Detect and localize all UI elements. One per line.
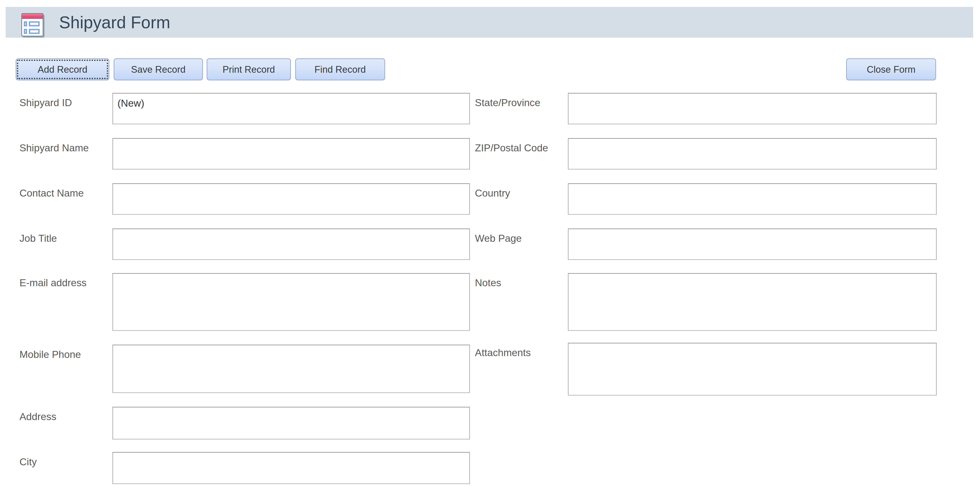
web-page-field[interactable]	[568, 229, 937, 260]
mobile-phone-label: Mobile Phone	[19, 345, 113, 360]
field-row-mobile-phone: Mobile Phone	[19, 345, 470, 393]
attachments-label: Attachments	[475, 343, 568, 359]
country-field[interactable]	[568, 183, 937, 215]
shipyard-name-label: Shipyard Name	[19, 138, 113, 154]
field-row-job-title: Job Title	[19, 229, 470, 260]
city-label: City	[19, 452, 113, 468]
page-title: Shipyard Form	[59, 7, 170, 38]
toolbar: Add Record Save Record Print Record Find…	[0, 58, 980, 80]
mobile-phone-field[interactable]	[112, 345, 470, 393]
web-page-label: Web Page	[475, 229, 568, 244]
attachments-field[interactable]	[568, 343, 937, 395]
field-row-state-province: State/Province	[475, 93, 937, 124]
job-title-field[interactable]	[112, 229, 470, 260]
job-title-label: Job Title	[19, 229, 113, 244]
field-row-contact-name: Contact Name	[19, 183, 470, 215]
city-field[interactable]	[112, 452, 470, 484]
print-record-button[interactable]: Print Record	[207, 58, 291, 80]
address-label: Address	[19, 407, 113, 422]
field-row-web-page: Web Page	[475, 229, 937, 260]
contact-name-field[interactable]	[112, 183, 470, 215]
state-province-field[interactable]	[568, 93, 937, 124]
shipyard-id-field[interactable]: (New)	[112, 93, 470, 124]
state-province-label: State/Province	[475, 93, 568, 109]
form-header: Shipyard Form	[6, 7, 973, 38]
add-record-button[interactable]: Add Record	[16, 58, 109, 80]
shipyard-id-label: Shipyard ID	[19, 93, 113, 109]
zip-postal-code-label: ZIP/Postal Code	[475, 138, 568, 154]
form-icon-row2-dash	[24, 29, 27, 34]
save-record-button[interactable]: Save Record	[114, 58, 203, 80]
country-label: Country	[475, 183, 568, 199]
form-icon-row1-box	[29, 21, 40, 27]
email-address-field[interactable]	[112, 273, 470, 331]
field-row-shipyard-name: Shipyard Name	[19, 138, 470, 170]
field-row-zip-postal-code: ZIP/Postal Code	[475, 138, 937, 170]
contact-name-label: Contact Name	[19, 183, 113, 199]
field-row-email-address: E-mail address	[19, 273, 470, 331]
field-row-address: Address	[19, 407, 470, 439]
find-record-button[interactable]: Find Record	[295, 58, 385, 80]
form-icon-row1-dash	[24, 21, 27, 27]
form-icon-row2-box	[29, 29, 40, 34]
notes-label: Notes	[475, 273, 568, 289]
field-row-attachments: Attachments	[475, 343, 937, 395]
shipyard-name-field[interactable]	[112, 138, 470, 170]
form-icon-band	[22, 14, 43, 19]
field-row-shipyard-id: Shipyard ID (New)	[19, 93, 470, 124]
notes-field[interactable]	[568, 273, 937, 331]
field-row-notes: Notes	[475, 273, 937, 331]
field-row-city: City	[19, 452, 470, 484]
field-row-country: Country	[475, 183, 937, 215]
address-field[interactable]	[112, 407, 470, 439]
shipyard-form-window: Shipyard Form Add Record Save Record Pri…	[0, 0, 980, 492]
close-form-button[interactable]: Close Form	[846, 58, 936, 80]
form-icon	[21, 13, 43, 36]
email-address-label: E-mail address	[19, 273, 113, 289]
zip-postal-code-field[interactable]	[568, 138, 937, 170]
